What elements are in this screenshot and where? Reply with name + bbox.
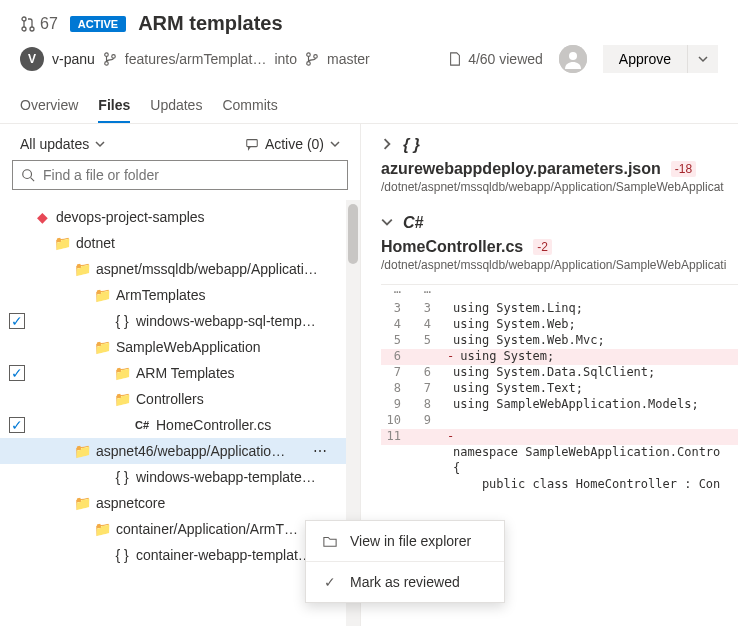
file-icon <box>448 52 462 66</box>
code-line: 33 using System.Linq; <box>381 301 738 317</box>
tree-folder[interactable]: 📁 Controllers <box>0 386 360 412</box>
pull-request-icon <box>20 16 36 32</box>
braces-icon: { } <box>114 547 130 563</box>
reviewed-checkbox[interactable]: ✓ <box>9 365 25 381</box>
svg-point-0 <box>22 17 26 21</box>
folder-icon: 📁 <box>54 235 70 251</box>
folder-icon: 📁 <box>94 287 110 303</box>
svg-point-12 <box>23 170 32 179</box>
code-line: 6-using System; <box>381 349 738 365</box>
chevron-down-icon <box>95 139 105 149</box>
pr-icon-count: 67 <box>20 15 58 33</box>
svg-rect-11 <box>247 140 258 147</box>
author-avatar[interactable]: V <box>20 47 44 71</box>
page-title: ARM templates <box>138 12 282 35</box>
tab-commits[interactable]: Commits <box>222 89 277 123</box>
code-line: 98 using SampleWebApplication.Models; <box>381 397 738 413</box>
code-line: 11- <box>381 429 738 445</box>
svg-point-6 <box>307 53 311 57</box>
repo-icon: ◆ <box>34 209 50 225</box>
tree-folder[interactable]: 📁 aspnetcore <box>0 490 360 516</box>
tree-folder[interactable]: 📁 dotnet <box>0 230 360 256</box>
more-button[interactable]: ⋯ <box>308 439 332 463</box>
menu-mark-reviewed[interactable]: ✓ Mark as reviewed <box>306 562 504 602</box>
collapse-toggle[interactable] <box>381 137 393 153</box>
folder-icon: 📁 <box>94 521 110 537</box>
code-line: 55 using System.Web.Mvc; <box>381 333 738 349</box>
svg-point-5 <box>112 55 116 59</box>
code-line: 109 <box>381 413 738 429</box>
file-name[interactable]: HomeController.cs <box>381 238 523 256</box>
reviewer-avatar[interactable] <box>559 45 587 73</box>
file-name[interactable]: azurewebappdeploy.parameters.json <box>381 160 661 178</box>
tree-file[interactable]: ✓ C# HomeController.cs <box>0 412 360 438</box>
menu-view-explorer[interactable]: View in file explorer <box>306 521 504 561</box>
tab-overview[interactable]: Overview <box>20 89 78 123</box>
tree-folder[interactable]: ✓ 📁 ARM Templates <box>0 360 360 386</box>
search-icon <box>21 168 35 182</box>
context-menu: View in file explorer ✓ Mark as reviewed <box>305 520 505 603</box>
file-path: /dotnet/aspnet/mssqldb/webapp/Applicatio… <box>381 258 738 272</box>
source-branch[interactable]: features/armTemplat… <box>125 51 267 67</box>
folder-icon: 📁 <box>114 365 130 381</box>
folder-icon: 📁 <box>74 261 90 277</box>
diff-badge: -18 <box>671 161 696 177</box>
folder-icon: 📁 <box>74 443 90 459</box>
branch-icon <box>103 52 117 66</box>
svg-point-8 <box>314 55 318 59</box>
reviewed-checkbox[interactable]: ✓ <box>9 417 25 433</box>
file-path: /dotnet/aspnet/mssqldb/webapp/Applicatio… <box>381 180 738 194</box>
active-filter[interactable]: Active (0) <box>245 136 340 152</box>
folder-icon: 📁 <box>94 339 110 355</box>
author-name: v-panu <box>52 51 95 67</box>
code-line: 44 using System.Web; <box>381 317 738 333</box>
tree-folder[interactable]: 📁 SampleWebApplication <box>0 334 360 360</box>
svg-point-2 <box>30 27 34 31</box>
folder-icon: 📁 <box>114 391 130 407</box>
chevron-down-icon <box>330 139 340 149</box>
comment-icon <box>245 137 259 151</box>
braces-icon: { } <box>114 469 130 485</box>
code-line: namespace SampleWebApplication.Contro <box>381 445 738 461</box>
tree-root[interactable]: ◆ devops-project-samples <box>0 204 360 230</box>
tab-updates[interactable]: Updates <box>150 89 202 123</box>
tree-folder[interactable]: 📁 aspnet/mssqldb/webapp/Applicati… <box>0 256 360 282</box>
tree-folder[interactable]: 📁 ArmTemplates <box>0 282 360 308</box>
svg-point-10 <box>569 52 577 60</box>
into-label: into <box>274 51 297 67</box>
tab-files[interactable]: Files <box>98 89 130 123</box>
tree-file[interactable]: ✓ { } windows-webapp-sql-temp… <box>0 308 360 334</box>
code-diff: ⋯⋯ 33 using System.Linq;44 using System.… <box>381 284 738 493</box>
csharp-icon: C# <box>134 419 150 431</box>
svg-point-1 <box>22 27 26 31</box>
folder-outline-icon <box>322 534 338 548</box>
target-branch[interactable]: master <box>327 51 370 67</box>
folder-icon: 📁 <box>74 495 90 511</box>
code-line: { <box>381 461 738 477</box>
braces-icon: { } <box>403 136 420 154</box>
code-line: public class HomeController : Con <box>381 477 738 493</box>
chevron-down-icon <box>698 54 708 64</box>
svg-point-3 <box>105 53 109 57</box>
search-input[interactable] <box>12 160 348 190</box>
status-badge: ACTIVE <box>70 16 126 32</box>
code-line: 76 using System.Data.SqlClient; <box>381 365 738 381</box>
approve-button[interactable]: Approve <box>603 45 687 73</box>
updates-filter[interactable]: All updates <box>20 136 105 152</box>
scrollbar-thumb[interactable] <box>348 204 358 264</box>
svg-point-4 <box>105 62 109 66</box>
chevron-down-icon <box>381 216 393 228</box>
collapse-toggle[interactable] <box>381 215 393 231</box>
check-icon: ✓ <box>322 574 338 590</box>
tree-file[interactable]: { } windows-webapp-template… <box>0 464 360 490</box>
chevron-right-icon <box>381 138 393 150</box>
viewed-count: 4/60 viewed <box>448 51 543 67</box>
reviewed-checkbox[interactable]: ✓ <box>9 313 25 329</box>
csharp-icon: C# <box>403 214 423 232</box>
braces-icon: { } <box>114 313 130 329</box>
branch-icon <box>305 52 319 66</box>
approve-dropdown[interactable] <box>687 45 718 73</box>
pr-number: 67 <box>40 15 58 33</box>
tree-folder[interactable]: 📁 aspnet46/webapp/Applicatio… ⋯ <box>0 438 360 464</box>
code-line: 87 using System.Text; <box>381 381 738 397</box>
